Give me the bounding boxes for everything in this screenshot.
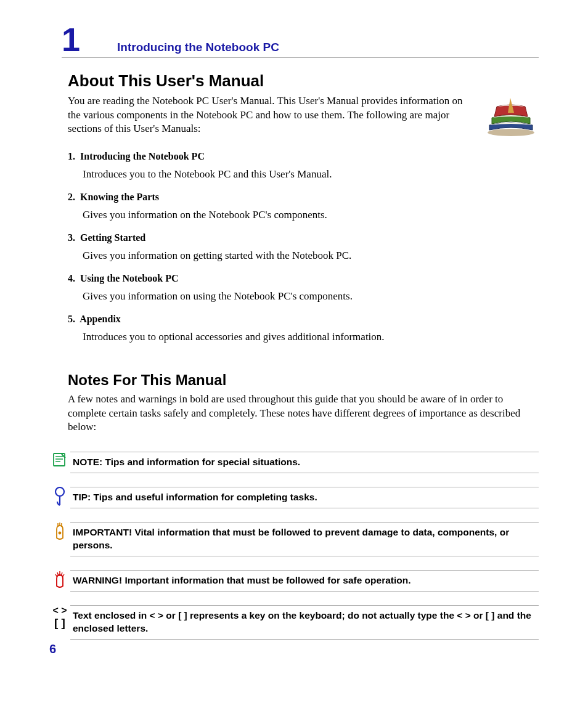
intro-text: You are reading the Notebook PC User's M… (68, 94, 471, 137)
list-item-desc: Introduces you to optional accessories a… (83, 331, 539, 343)
brackets-icon: < > [ ] (49, 605, 70, 630)
list-item-title: 5. Appendix (68, 314, 539, 325)
list-item-desc: Gives you information on the Notebook PC… (83, 209, 539, 221)
chapter-number: 1 (62, 25, 80, 55)
callout-text: Text enclosed in < > or [ ] represents a… (70, 605, 539, 640)
list-item-title: 1. Introducing the Notebook PC (68, 151, 539, 162)
callout-note: NOTE: Tips and information for special s… (49, 452, 539, 473)
callouts: NOTE: Tips and information for special s… (49, 452, 539, 639)
callout-text: WARNING! Important information that must… (70, 570, 539, 592)
important-icon (49, 522, 70, 542)
page-number: 6 (49, 642, 56, 656)
chapter-header: 1 Introducing the Notebook PC (62, 25, 539, 58)
callout-keys: < > [ ] Text enclosed in < > or [ ] repr… (49, 605, 539, 640)
list-item-title: 2. Knowing the Parts (68, 192, 539, 203)
warning-icon (49, 570, 70, 588)
chapter-title: Introducing the Notebook PC (117, 41, 279, 54)
note-icon (49, 452, 70, 468)
list-item: 2. Knowing the Parts Gives you informati… (68, 192, 539, 221)
svg-point-0 (488, 129, 534, 136)
svg-point-2 (55, 487, 64, 496)
callout-tip: TIP: Tips and useful information for com… (49, 487, 539, 508)
list-item: 5. Appendix Introduces you to optional a… (68, 314, 539, 343)
notes-intro: A few notes and warnings in bold are use… (68, 393, 539, 435)
list-item: 3. Getting Started Gives you information… (68, 232, 539, 262)
callout-text: IMPORTANT! Vital information that must b… (70, 522, 539, 556)
list-item-title: 3. Getting Started (68, 232, 539, 243)
square-brackets: [ ] (52, 616, 67, 630)
heading-notes: Notes For This Manual (68, 372, 539, 389)
tip-icon (49, 487, 70, 508)
list-item: 4. Using the Notebook PC Gives you infor… (68, 273, 539, 303)
list-item-title: 4. Using the Notebook PC (68, 273, 539, 284)
callout-text: NOTE: Tips and information for special s… (70, 452, 539, 473)
manual-page: 1 Introducing the Notebook PC About This… (0, 0, 588, 708)
intro-row: You are reading the Notebook PC User's M… (68, 94, 539, 140)
svg-point-3 (59, 532, 62, 535)
callout-text: TIP: Tips and useful information for com… (70, 487, 539, 508)
list-item-desc: Gives you information on using the Noteb… (83, 290, 539, 303)
sections-list: 1. Introducing the Notebook PC Introduce… (68, 151, 539, 343)
callout-important: IMPORTANT! Vital information that must b… (49, 522, 539, 556)
heading-about: About This User's Manual (68, 71, 539, 91)
books-icon (483, 94, 539, 140)
callout-warning: WARNING! Important information that must… (49, 570, 539, 592)
angle-brackets: < > (52, 605, 67, 616)
list-item-desc: Introduces you to the Notebook PC and th… (83, 168, 539, 181)
list-item: 1. Introducing the Notebook PC Introduce… (68, 151, 539, 181)
list-item-desc: Gives you information on getting started… (83, 250, 539, 262)
